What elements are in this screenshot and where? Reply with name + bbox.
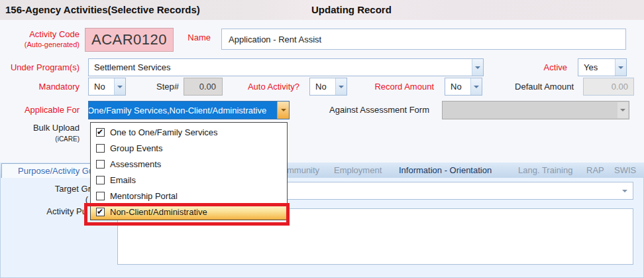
bulk-upload-sublabel: (iCARE) — [13, 134, 80, 144]
applicable-for-value: One/Family Services,Non-Client/Administr… — [88, 102, 277, 119]
target-group-label: Target Gr — [27, 184, 91, 194]
auto-activity-label: Auto Activity? — [227, 82, 299, 92]
chevron-down-icon — [617, 102, 628, 118]
chevron-down-icon[interactable] — [615, 59, 626, 76]
tab-employment[interactable]: Employment — [334, 163, 382, 178]
list-item-label: Mentorship Portal — [110, 191, 178, 201]
list-item[interactable]: Mentorship Portal — [91, 188, 287, 204]
checkbox-checked-icon[interactable] — [96, 128, 105, 137]
applicable-for-label: Applicable For — [13, 105, 80, 115]
list-item[interactable]: One to One/Family Services — [91, 124, 287, 140]
against-assessment-form-select — [442, 101, 629, 119]
against-assessment-form-label: Against Assessment Form — [329, 105, 435, 115]
list-item-label: One to One/Family Services — [110, 127, 218, 137]
activity-purpose-label: Activity Pu — [27, 206, 87, 216]
list-item[interactable]: Assessments — [91, 156, 287, 172]
window-title: 156-Agency Activities(Selective Records) — [5, 4, 200, 15]
active-value: Yes — [584, 62, 598, 72]
title-bar: 156-Agency Activities(Selective Records)… — [0, 0, 644, 20]
activity-code-sublabel: (Auto-generated) — [13, 40, 80, 50]
under-programs-label: Under Program(s) — [7, 62, 80, 72]
auto-activity-value: No — [315, 82, 327, 92]
mandatory-label: Mandatory — [13, 82, 80, 92]
chevron-down-icon[interactable] — [335, 78, 347, 95]
applicable-for-select[interactable]: One/Family Services,Non-Client/Administr… — [88, 101, 290, 119]
mandatory-select[interactable]: No — [88, 78, 126, 96]
auto-activity-select[interactable]: No — [309, 78, 347, 96]
status-title: Updating Record — [311, 4, 392, 15]
record-amount-select[interactable]: No — [445, 78, 482, 96]
checkbox-unchecked-icon[interactable] — [96, 192, 105, 200]
chevron-down-icon[interactable] — [277, 102, 289, 119]
chevron-down-icon[interactable] — [114, 78, 125, 95]
list-item[interactable]: Emails — [91, 172, 287, 188]
target-group-sublabel: ( — [27, 194, 88, 204]
list-item[interactable]: Group Events — [91, 140, 287, 156]
name-input[interactable]: Application - Rent Assist — [221, 29, 626, 50]
step-label: Step# — [133, 82, 179, 92]
default-amount-label: Default Amount — [494, 82, 574, 92]
mandatory-value: No — [94, 82, 105, 92]
tab-swis[interactable]: SWIS — [614, 163, 636, 178]
agency-activities-window: 156-Agency Activities(Selective Records)… — [0, 0, 644, 278]
list-item-label: Emails — [110, 175, 136, 185]
under-programs-value: Settlement Services — [94, 62, 171, 72]
active-label: Active — [514, 62, 567, 72]
active-select[interactable]: Yes — [578, 58, 627, 76]
checkbox-unchecked-icon[interactable] — [96, 176, 105, 184]
annotation-highlight-rectangle — [84, 203, 290, 226]
activity-code-label: Activity Code — [13, 29, 80, 39]
list-item-label: Assessments — [110, 159, 161, 169]
checkbox-unchecked-icon[interactable] — [96, 144, 105, 153]
record-amount-value: No — [451, 82, 462, 92]
activity-code-field: ACAR0120 — [85, 28, 174, 52]
bulk-upload-label: Bulk Upload — [13, 123, 80, 133]
name-label: Name — [161, 33, 211, 42]
chevron-down-icon[interactable] — [470, 78, 482, 95]
under-programs-select[interactable]: Settlement Services — [88, 58, 484, 76]
step-field: 0.00 — [184, 78, 223, 96]
record-amount-label: Record Amount — [366, 82, 434, 92]
checkbox-unchecked-icon[interactable] — [96, 160, 105, 169]
tab-lang-training[interactable]: Lang. Training — [518, 163, 572, 178]
list-item-label: Group Events — [110, 143, 163, 153]
default-amount-field: 0.00 — [583, 78, 634, 96]
chevron-down-icon[interactable] — [472, 59, 483, 76]
tab-rap[interactable]: RAP — [586, 163, 604, 178]
tab-information-orientation[interactable]: Information - Orientation — [399, 163, 492, 178]
tab-community[interactable]: mmunity — [287, 163, 319, 178]
